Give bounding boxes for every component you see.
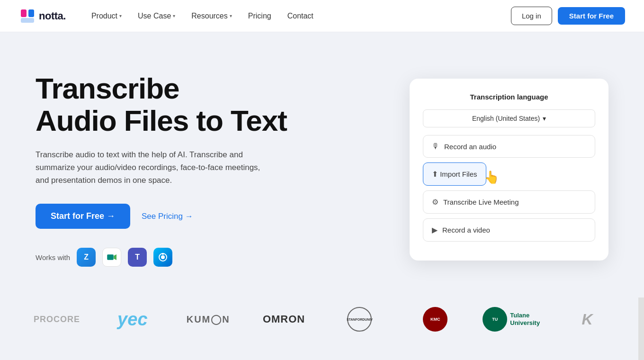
- brand-procore: PROCORE: [28, 315, 85, 324]
- login-button[interactable]: Log in: [511, 7, 552, 25]
- nav-product[interactable]: Product ▾: [85, 8, 128, 24]
- upload-icon: ⬆: [432, 170, 438, 178]
- svg-point-8: [161, 255, 165, 259]
- nav-use-case[interactable]: Use Case ▾: [131, 8, 182, 24]
- hero-buttons: Start for Free → See Pricing →: [36, 204, 320, 229]
- use-case-chevron-icon: ▾: [173, 13, 175, 18]
- svg-rect-2: [28, 9, 34, 17]
- brand-yec: yec: [104, 309, 161, 330]
- brand-k: K: [559, 311, 616, 328]
- tulane-logo-icon: TU: [483, 307, 507, 332]
- hero-title: Transcribe Audio Files to Text: [36, 72, 320, 137]
- record-audio-option[interactable]: 🎙 Record an audio: [423, 135, 595, 158]
- nav-contact[interactable]: Contact: [281, 8, 320, 24]
- language-chevron-icon: ▾: [543, 115, 546, 122]
- teams-icon: T: [128, 248, 147, 267]
- hero-content: Transcribe Audio Files to Text Transcrib…: [36, 72, 320, 267]
- gear-icon: ⚙: [432, 198, 438, 207]
- webex-icon: [153, 248, 172, 267]
- brand-kumon: KUM◯N: [180, 314, 237, 325]
- cursor-hand-icon: 👆: [484, 170, 499, 184]
- navbar-start-button[interactable]: Start for Free: [558, 7, 625, 25]
- nav-resources[interactable]: Resources ▾: [185, 8, 238, 24]
- svg-marker-5: [114, 254, 116, 260]
- works-with-label: Works with: [36, 253, 70, 261]
- zoom-icon: Z: [77, 248, 96, 267]
- nav-pricing[interactable]: Pricing: [242, 8, 278, 24]
- navbar: notta. Product ▾ Use Case ▾ Resources ▾ …: [0, 0, 644, 32]
- svg-rect-3: [21, 18, 34, 23]
- logo-icon: [19, 8, 36, 25]
- hero-card-container: Transcription language English (United S…: [410, 79, 608, 261]
- navbar-links: Product ▾ Use Case ▾ Resources ▾ Pricing…: [85, 8, 511, 24]
- microphone-icon: 🎙: [432, 142, 439, 151]
- resources-chevron-icon: ▾: [230, 13, 232, 18]
- brand-kmc: KMC: [407, 307, 464, 332]
- hero-start-button[interactable]: Start for Free →: [36, 204, 130, 229]
- svg-rect-4: [107, 254, 114, 260]
- transcribe-live-option[interactable]: ⚙ Transcribe Live Meeting: [423, 190, 595, 214]
- product-chevron-icon: ▾: [119, 13, 122, 18]
- brand-stanford: STANFORDUNIV: [331, 307, 388, 332]
- logo-text: notta.: [39, 10, 66, 22]
- brands-section: PROCORE yec KUM◯N OMRON STANFORDUNIV KMC…: [0, 297, 644, 351]
- import-files-option[interactable]: ⬆ Import Files 👆: [423, 162, 486, 186]
- language-value: English (United States): [472, 115, 540, 122]
- language-selector[interactable]: English (United States) ▾: [423, 109, 595, 127]
- brand-tulane: TU TulaneUniversity: [483, 307, 540, 332]
- record-video-option[interactable]: ▶ Record a video: [423, 218, 595, 242]
- google-meet-icon: [102, 248, 121, 267]
- logo[interactable]: notta.: [19, 8, 66, 25]
- transcription-card: Transcription language English (United S…: [410, 79, 608, 261]
- hero-section: Transcribe Audio Files to Text Transcrib…: [0, 32, 644, 297]
- svg-rect-1: [21, 9, 27, 17]
- card-title: Transcription language: [423, 93, 595, 101]
- brand-omron: OMRON: [256, 313, 313, 325]
- video-icon: ▶: [432, 225, 438, 234]
- works-with: Works with Z T: [36, 248, 320, 267]
- hero-pricing-button[interactable]: See Pricing →: [142, 212, 193, 221]
- navbar-actions: Log in Start for Free: [511, 7, 625, 25]
- hero-subtitle: Transcribe audio to text with the help o…: [36, 148, 263, 187]
- svg-point-9: [162, 253, 164, 255]
